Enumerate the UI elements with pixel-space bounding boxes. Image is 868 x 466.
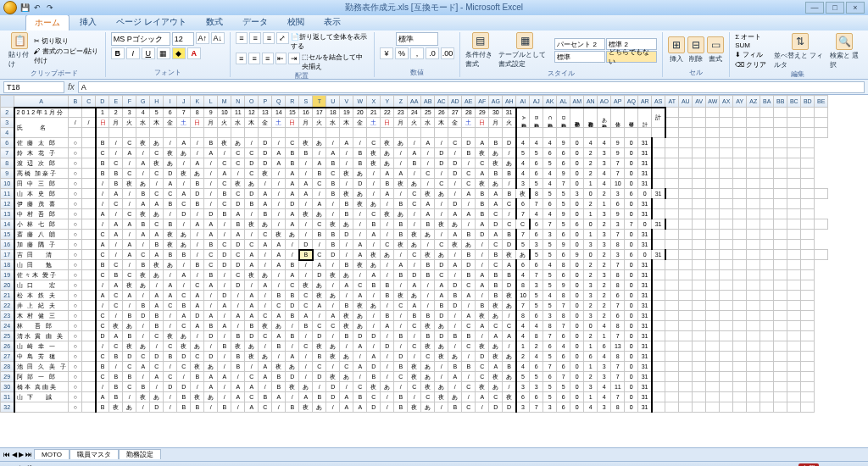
cell[interactable]: D	[164, 382, 177, 392]
cell[interactable]: B	[177, 301, 191, 311]
cell[interactable]: C	[313, 321, 326, 331]
cell[interactable]: /	[245, 230, 259, 240]
cell[interactable]: /	[299, 270, 313, 280]
cell[interactable]: B	[381, 311, 394, 321]
col-header[interactable]: P	[259, 96, 272, 108]
cell[interactable]: B	[367, 219, 381, 230]
cell[interactable]: B	[286, 311, 299, 321]
merge-center-button[interactable]: ⬚セルを結合して中央揃え	[302, 53, 369, 71]
cell[interactable]: B	[272, 291, 286, 301]
cell[interactable]: /	[286, 321, 299, 331]
cell[interactable]: 夜	[421, 250, 435, 260]
cell[interactable]: /	[435, 372, 448, 382]
cell[interactable]: B	[177, 402, 191, 413]
cell[interactable]: /	[313, 311, 326, 321]
cell[interactable]: A	[367, 352, 381, 362]
cell[interactable]: あ	[150, 138, 164, 148]
cell[interactable]: /	[164, 402, 177, 413]
paste-button[interactable]: 📋貼り付け	[8, 32, 31, 69]
cell[interactable]: /	[408, 209, 421, 219]
cell[interactable]: /	[394, 321, 408, 331]
cell[interactable]: /	[204, 179, 218, 189]
cell[interactable]: B	[408, 311, 421, 321]
cell[interactable]: /	[164, 270, 177, 280]
cell[interactable]: D	[326, 382, 340, 392]
cell[interactable]: /	[164, 209, 177, 219]
cell[interactable]: 夜	[489, 372, 503, 382]
cell[interactable]: C	[462, 402, 476, 413]
dec-decimal-icon[interactable]: .00	[441, 47, 454, 59]
cell[interactable]: あ	[421, 362, 435, 372]
cell[interactable]: C	[150, 189, 164, 199]
cell[interactable]: 夜	[299, 402, 313, 413]
cell[interactable]: C	[177, 321, 191, 331]
col-header[interactable]: AP	[611, 96, 625, 108]
cell[interactable]: A	[272, 148, 286, 158]
cell[interactable]: /	[326, 331, 340, 341]
cell[interactable]: A	[353, 291, 367, 301]
cell[interactable]: D	[136, 311, 150, 321]
col-header[interactable]: BD	[801, 96, 815, 108]
maximize-button[interactable]: □	[826, 2, 844, 14]
cell[interactable]: 夜	[164, 148, 177, 158]
cell[interactable]: /	[367, 311, 381, 321]
cell[interactable]: A	[231, 209, 245, 219]
cell[interactable]: /	[96, 301, 109, 311]
cell[interactable]: /	[353, 138, 367, 148]
qa-redo-icon[interactable]: ↷	[45, 3, 55, 13]
cell[interactable]: A	[435, 291, 448, 301]
align-top-icon[interactable]: ≡	[236, 32, 248, 44]
cell[interactable]: B	[164, 219, 177, 230]
col-header[interactable]: AB	[421, 96, 435, 108]
cell[interactable]: /	[218, 352, 231, 362]
cell[interactable]: C	[150, 169, 164, 179]
cell[interactable]: /	[448, 250, 462, 260]
cell[interactable]: A	[96, 209, 109, 219]
cell[interactable]: D	[231, 199, 245, 209]
cell[interactable]: A	[109, 331, 123, 341]
close-button[interactable]: ×	[846, 2, 865, 14]
align-left-icon[interactable]: ≡	[236, 53, 248, 64]
cell[interactable]: /	[448, 189, 462, 199]
cell[interactable]: D	[231, 260, 245, 270]
cell[interactable]: /	[503, 311, 516, 321]
cell[interactable]: C	[299, 291, 313, 301]
cell[interactable]: /	[231, 402, 245, 413]
cell[interactable]: /	[245, 209, 259, 219]
cell[interactable]: 夜	[245, 270, 259, 280]
cell[interactable]: あ	[326, 341, 340, 352]
cell[interactable]: A	[272, 250, 286, 260]
ribbon-tab-5[interactable]: 校閲	[278, 14, 314, 31]
cell[interactable]: /	[421, 280, 435, 291]
cell[interactable]: 夜	[313, 291, 326, 301]
cell[interactable]: B	[394, 392, 408, 402]
cell[interactable]: 夜	[299, 209, 313, 219]
cell[interactable]: /	[191, 240, 204, 250]
cell[interactable]: /	[164, 311, 177, 321]
cell[interactable]: A	[381, 189, 394, 199]
col-header[interactable]: AZ	[747, 96, 760, 108]
cell[interactable]: A	[123, 291, 136, 301]
cell[interactable]: あ	[394, 209, 408, 219]
cell[interactable]: /	[272, 280, 286, 291]
cell[interactable]: B	[421, 219, 435, 230]
cell[interactable]: C	[394, 372, 408, 382]
cell[interactable]: D	[435, 148, 448, 158]
cell[interactable]: A	[503, 260, 516, 270]
col-header[interactable]: AI	[516, 96, 530, 108]
cell[interactable]: /	[164, 392, 177, 402]
cell[interactable]: B	[191, 372, 204, 382]
cell[interactable]: C	[367, 209, 381, 219]
cell[interactable]: /	[191, 209, 204, 219]
cell[interactable]: A	[299, 179, 313, 189]
cell[interactable]: /	[231, 169, 245, 179]
cell[interactable]: B	[476, 189, 489, 199]
cell[interactable]: あ	[259, 352, 272, 362]
cell[interactable]: A	[313, 199, 326, 209]
cell[interactable]: あ	[421, 372, 435, 382]
cell[interactable]: 夜	[421, 189, 435, 199]
fx-icon[interactable]: fx	[68, 82, 75, 92]
cell[interactable]: あ	[489, 311, 503, 321]
cell[interactable]: 夜	[272, 230, 286, 240]
cell[interactable]: A	[421, 199, 435, 209]
